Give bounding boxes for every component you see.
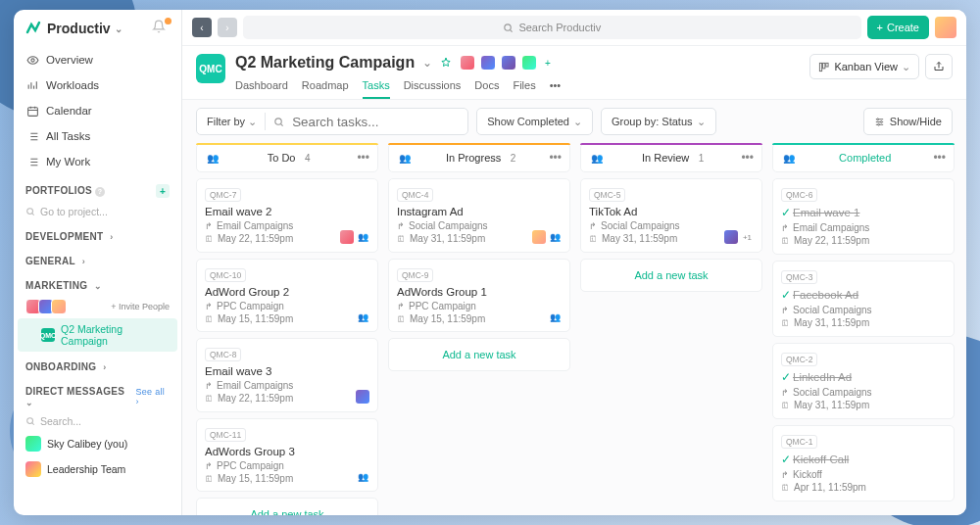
card-title: LinkedIn Ad <box>781 370 946 384</box>
nav-item-all-tasks[interactable]: All Tasks <box>14 123 181 149</box>
avatar[interactable] <box>501 55 516 71</box>
task-card[interactable]: QMC-10AdWord Group 2PPC CampaignMay 15, … <box>196 259 378 332</box>
chevron-right-icon: › <box>107 232 113 242</box>
see-all-link[interactable]: See all › <box>135 387 170 406</box>
view-selector[interactable]: Kanban View ⌄ <box>809 54 919 79</box>
task-card[interactable]: QMC-7Email wave 2Email CampaignsMay 22, … <box>196 178 378 253</box>
share-button[interactable] <box>925 54 953 79</box>
task-card[interactable]: QMC-4Instagram AdSocial CampaignsMay 31,… <box>388 178 570 253</box>
nav-item-calendar[interactable]: Calendar <box>14 98 181 123</box>
card-title: Facebook Ad <box>781 288 946 302</box>
marketing-label: MARKETING <box>25 280 87 291</box>
avatar[interactable] <box>532 230 546 244</box>
avatar[interactable] <box>480 55 496 71</box>
search-placeholder: Search Productiv <box>518 22 601 33</box>
card-id: QMC-8 <box>205 348 241 361</box>
avatar[interactable] <box>340 230 354 244</box>
members-icon[interactable]: 👥 <box>357 231 369 244</box>
column-title: To Do 4 <box>220 152 357 164</box>
tab-more[interactable]: ••• <box>550 75 562 99</box>
task-card[interactable]: QMC-9AdWords Group 1PPC CampaignMay 15, … <box>388 259 570 332</box>
card-id: QMC-2 <box>781 353 817 366</box>
filter-button[interactable]: Filter by ⌄ <box>207 116 257 128</box>
task-search-input[interactable] <box>292 115 458 129</box>
nav-item-workloads[interactable]: Workloads <box>14 72 181 98</box>
invite-people[interactable]: + Invite People <box>111 302 170 311</box>
nav-forward-button[interactable]: › <box>218 18 237 37</box>
card-title: Instagram Ad <box>397 206 562 217</box>
tab-dashboard[interactable]: Dashboard <box>235 75 288 99</box>
tab-files[interactable]: Files <box>513 75 535 99</box>
avatar[interactable] <box>724 230 738 244</box>
go-to-project[interactable]: Go to project... <box>14 202 181 221</box>
card-title: Kickoff Call <box>781 453 946 466</box>
column-title: In Progress 2 <box>413 152 549 164</box>
task-card[interactable]: QMC-11AdWords Group 3PPC CampaignMay 15,… <box>196 418 378 492</box>
column-more-button[interactable]: ••• <box>549 151 562 165</box>
dm-item[interactable]: Sky Calibey (you) <box>14 431 181 456</box>
members-icon[interactable]: 👥 <box>357 470 369 483</box>
add-task-button[interactable]: Add a new task <box>580 259 762 292</box>
tab-roadmap[interactable]: Roadmap <box>302 75 349 99</box>
members-icon[interactable]: 👥 <box>397 150 413 166</box>
chevron-down-icon[interactable]: ⌄ <box>422 56 432 70</box>
search-icon <box>503 23 514 33</box>
avatar[interactable] <box>356 390 369 404</box>
avatar[interactable] <box>521 55 537 71</box>
column-title: Completed <box>797 152 933 164</box>
show-completed-toggle[interactable]: Show Completed ⌄ <box>476 108 593 135</box>
task-card[interactable]: QMC-2LinkedIn AdSocial CampaignsMay 31, … <box>772 343 955 419</box>
sidebar-item-q2-marketing[interactable]: QMC Q2 Marketing Campaign <box>18 318 177 352</box>
add-task-button[interactable]: Add a new task <box>196 498 378 515</box>
members-icon[interactable]: 👥 <box>549 310 562 323</box>
avatar <box>25 436 41 452</box>
nav-item-overview[interactable]: Overview <box>14 47 181 72</box>
card-id: QMC-6 <box>781 188 817 202</box>
onboarding-section[interactable]: ONBOARDING › <box>14 352 181 376</box>
tab-tasks[interactable]: Tasks <box>363 75 390 99</box>
notification-bell[interactable] <box>152 20 170 37</box>
tab-discussions[interactable]: Discussions <box>404 75 462 99</box>
general-section[interactable]: GENERAL › <box>14 246 181 270</box>
members-icon[interactable]: 👥 <box>205 150 220 166</box>
task-card[interactable]: QMC-8Email wave 3Email CampaignsMay 22, … <box>196 338 378 412</box>
dm-label: DIRECT MESSAGES <box>25 386 124 397</box>
group-by-selector[interactable]: Group by: Status ⌄ <box>601 108 716 135</box>
task-card[interactable]: QMC-1Kickoff CallKickoffApr 11, 11:59pm <box>772 425 955 501</box>
avatar[interactable] <box>51 299 67 314</box>
marketing-section[interactable]: MARKETING ⌄ <box>14 270 181 295</box>
user-avatar[interactable] <box>935 17 956 38</box>
members-icon[interactable]: 👥 <box>589 150 605 166</box>
add-member-icon[interactable]: + <box>542 58 551 69</box>
chevron-down-icon: ⌄ <box>25 398 33 407</box>
add-portfolio-button[interactable]: + <box>156 184 170 198</box>
portfolios-label: PORTFOLIOS <box>25 185 92 196</box>
show-hide-button[interactable]: Show/Hide <box>863 108 953 135</box>
tab-docs[interactable]: Docs <box>474 75 499 99</box>
pin-icon[interactable] <box>440 57 452 69</box>
card-date: May 31, 11:59pm <box>781 400 946 410</box>
direct-messages-section[interactable]: DIRECT MESSAGES ⌄ See all › <box>14 376 181 411</box>
task-card[interactable]: QMC-6Email wave 1Email CampaignsMay 22, … <box>772 178 955 255</box>
members-icon[interactable]: 👥 <box>357 310 369 323</box>
global-search[interactable]: Search Productiv <box>243 16 861 39</box>
members-icon[interactable]: 👥 <box>549 231 562 244</box>
members-icon[interactable]: 👥 <box>781 150 797 166</box>
avatar[interactable] <box>460 55 475 71</box>
dm-search[interactable]: Search... <box>14 411 181 431</box>
more-avatars[interactable]: +1 <box>741 233 754 242</box>
portfolios-header[interactable]: PORTFOLIOS ? + <box>14 174 181 202</box>
nav-item-my-work[interactable]: My Work <box>14 149 181 174</box>
column-more-button[interactable]: ••• <box>741 151 754 165</box>
dm-item[interactable]: Leadership Team <box>14 456 181 482</box>
create-button[interactable]: +Create <box>867 16 929 39</box>
column-more-button[interactable]: ••• <box>933 151 946 165</box>
column-title: In Review 1 <box>605 152 741 164</box>
task-card[interactable]: QMC-5TikTok AdSocial CampaignsMay 31, 11… <box>580 178 762 253</box>
development-section[interactable]: DEVELOPMENT › <box>14 221 181 246</box>
brand[interactable]: Productiv ⌄ <box>14 18 181 47</box>
task-card[interactable]: QMC-3Facebook AdSocial CampaignsMay 31, … <box>772 261 955 337</box>
nav-back-button[interactable]: ‹ <box>192 18 212 37</box>
add-task-button[interactable]: Add a new task <box>388 338 570 371</box>
column-more-button[interactable]: ••• <box>357 151 369 165</box>
